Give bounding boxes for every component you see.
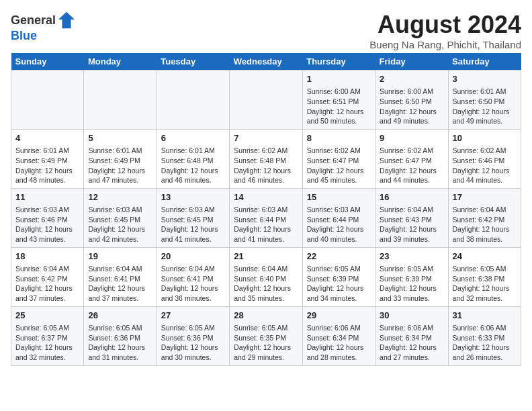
- cell-info: Sunrise: 6:05 AM Sunset: 6:35 PM Dayligh…: [234, 323, 298, 363]
- cell-info: Sunrise: 6:05 AM Sunset: 6:36 PM Dayligh…: [161, 323, 225, 363]
- logo-icon: [57, 11, 76, 30]
- calendar-cell: 13Sunrise: 6:03 AM Sunset: 6:45 PM Dayli…: [157, 188, 229, 247]
- calendar-cell: 23Sunrise: 6:05 AM Sunset: 6:39 PM Dayli…: [375, 247, 448, 306]
- calendar-cell: 14Sunrise: 6:03 AM Sunset: 6:44 PM Dayli…: [230, 188, 302, 247]
- day-number: 20: [161, 250, 225, 263]
- cell-info: Sunrise: 6:00 AM Sunset: 6:50 PM Dayligh…: [380, 87, 443, 126]
- calendar-cell: 7Sunrise: 6:02 AM Sunset: 6:48 PM Daylig…: [230, 129, 302, 188]
- cell-info: Sunrise: 6:04 AM Sunset: 6:40 PM Dayligh…: [234, 264, 298, 304]
- cell-info: Sunrise: 6:04 AM Sunset: 6:42 PM Dayligh…: [453, 205, 517, 244]
- calendar-week-row: 18Sunrise: 6:04 AM Sunset: 6:42 PM Dayli…: [11, 247, 521, 306]
- day-number: 4: [15, 132, 79, 144]
- day-header-monday: Monday: [84, 53, 157, 71]
- day-number: 7: [234, 132, 298, 144]
- day-number: 6: [161, 132, 225, 144]
- day-number: 8: [307, 132, 371, 144]
- day-header-wednesday: Wednesday: [230, 53, 302, 71]
- cell-info: Sunrise: 6:06 AM Sunset: 6:33 PM Dayligh…: [453, 323, 517, 363]
- subtitle: Bueng Na Rang, Phichit, Thailand: [369, 39, 521, 50]
- day-number: 13: [161, 191, 225, 203]
- cell-info: Sunrise: 6:04 AM Sunset: 6:43 PM Dayligh…: [380, 205, 443, 244]
- day-number: 11: [15, 191, 79, 203]
- cell-info: Sunrise: 6:02 AM Sunset: 6:47 PM Dayligh…: [380, 146, 443, 185]
- cell-info: Sunrise: 6:01 AM Sunset: 6:50 PM Dayligh…: [453, 87, 517, 126]
- calendar-cell: 21Sunrise: 6:04 AM Sunset: 6:40 PM Dayli…: [230, 247, 302, 306]
- cell-info: Sunrise: 6:03 AM Sunset: 6:44 PM Dayligh…: [234, 205, 298, 244]
- day-number: 16: [380, 191, 443, 203]
- cell-info: Sunrise: 6:01 AM Sunset: 6:48 PM Dayligh…: [161, 146, 225, 185]
- day-number: 29: [307, 310, 371, 322]
- calendar-body: 1Sunrise: 6:00 AM Sunset: 6:51 PM Daylig…: [11, 71, 521, 366]
- cell-info: Sunrise: 6:01 AM Sunset: 6:49 PM Dayligh…: [15, 146, 79, 185]
- cell-info: Sunrise: 6:03 AM Sunset: 6:45 PM Dayligh…: [161, 205, 225, 244]
- calendar-cell: [11, 71, 84, 130]
- day-number: 22: [307, 250, 371, 263]
- cell-info: Sunrise: 6:02 AM Sunset: 6:48 PM Dayligh…: [234, 146, 298, 185]
- cell-info: Sunrise: 6:02 AM Sunset: 6:46 PM Dayligh…: [453, 146, 517, 185]
- calendar-cell: 6Sunrise: 6:01 AM Sunset: 6:48 PM Daylig…: [157, 129, 229, 188]
- calendar-week-row: 25Sunrise: 6:05 AM Sunset: 6:37 PM Dayli…: [11, 306, 521, 365]
- calendar-week-row: 4Sunrise: 6:01 AM Sunset: 6:49 PM Daylig…: [11, 129, 521, 188]
- logo-general-text: General: [11, 14, 56, 26]
- cell-info: Sunrise: 6:05 AM Sunset: 6:39 PM Dayligh…: [307, 264, 371, 304]
- calendar-cell: 3Sunrise: 6:01 AM Sunset: 6:50 PM Daylig…: [448, 71, 521, 130]
- cell-info: Sunrise: 6:02 AM Sunset: 6:47 PM Dayligh…: [307, 146, 371, 185]
- page-header: General Blue August 2024 Bueng Na Rang, …: [11, 11, 521, 50]
- calendar-cell: 29Sunrise: 6:06 AM Sunset: 6:34 PM Dayli…: [302, 306, 375, 365]
- cell-info: Sunrise: 6:05 AM Sunset: 6:37 PM Dayligh…: [15, 323, 79, 363]
- day-header-thursday: Thursday: [302, 53, 375, 71]
- calendar-cell: 9Sunrise: 6:02 AM Sunset: 6:47 PM Daylig…: [375, 129, 448, 188]
- day-number: 3: [453, 73, 517, 85]
- day-number: 10: [453, 132, 517, 144]
- calendar-cell: [84, 71, 157, 130]
- calendar-cell: 4Sunrise: 6:01 AM Sunset: 6:49 PM Daylig…: [11, 129, 84, 188]
- calendar-cell: 17Sunrise: 6:04 AM Sunset: 6:42 PM Dayli…: [448, 188, 521, 247]
- day-number: 23: [380, 250, 443, 263]
- main-title: August 2024: [369, 11, 521, 39]
- day-number: 15: [307, 191, 371, 203]
- calendar-cell: 15Sunrise: 6:03 AM Sunset: 6:44 PM Dayli…: [302, 188, 375, 247]
- day-number: 25: [15, 310, 79, 322]
- day-number: 28: [234, 310, 298, 322]
- day-header-friday: Friday: [375, 53, 448, 71]
- day-number: 17: [453, 191, 517, 203]
- cell-info: Sunrise: 6:00 AM Sunset: 6:51 PM Dayligh…: [307, 87, 371, 126]
- day-number: 18: [15, 250, 79, 263]
- calendar-cell: 8Sunrise: 6:02 AM Sunset: 6:47 PM Daylig…: [302, 129, 375, 188]
- calendar-cell: [157, 71, 229, 130]
- logo-blue-text: Blue: [11, 29, 37, 42]
- day-header-sunday: Sunday: [11, 53, 84, 71]
- day-number: 26: [88, 310, 152, 322]
- day-number: 19: [88, 250, 152, 263]
- cell-info: Sunrise: 6:03 AM Sunset: 6:44 PM Dayligh…: [307, 205, 371, 244]
- day-number: 31: [453, 310, 517, 322]
- calendar-cell: 24Sunrise: 6:05 AM Sunset: 6:38 PM Dayli…: [448, 247, 521, 306]
- calendar-cell: 31Sunrise: 6:06 AM Sunset: 6:33 PM Dayli…: [448, 306, 521, 365]
- day-header-saturday: Saturday: [448, 53, 521, 71]
- cell-info: Sunrise: 6:04 AM Sunset: 6:41 PM Dayligh…: [161, 264, 225, 304]
- cell-info: Sunrise: 6:05 AM Sunset: 6:39 PM Dayligh…: [380, 264, 443, 304]
- calendar-cell: 2Sunrise: 6:00 AM Sunset: 6:50 PM Daylig…: [375, 71, 448, 130]
- calendar-cell: 10Sunrise: 6:02 AM Sunset: 6:46 PM Dayli…: [448, 129, 521, 188]
- day-number: 9: [380, 132, 443, 144]
- logo: General Blue: [11, 11, 76, 42]
- calendar-cell: 18Sunrise: 6:04 AM Sunset: 6:42 PM Dayli…: [11, 247, 84, 306]
- calendar-week-row: 1Sunrise: 6:00 AM Sunset: 6:51 PM Daylig…: [11, 71, 521, 130]
- calendar-week-row: 11Sunrise: 6:03 AM Sunset: 6:46 PM Dayli…: [11, 188, 521, 247]
- day-number: 5: [88, 132, 152, 144]
- cell-info: Sunrise: 6:05 AM Sunset: 6:38 PM Dayligh…: [453, 264, 517, 304]
- cell-info: Sunrise: 6:04 AM Sunset: 6:41 PM Dayligh…: [88, 264, 152, 304]
- svg-marker-0: [58, 12, 75, 28]
- day-number: 14: [234, 191, 298, 203]
- cell-info: Sunrise: 6:06 AM Sunset: 6:34 PM Dayligh…: [380, 323, 443, 363]
- day-header-tuesday: Tuesday: [157, 53, 229, 71]
- calendar-cell: 1Sunrise: 6:00 AM Sunset: 6:51 PM Daylig…: [302, 71, 375, 130]
- title-area: August 2024 Bueng Na Rang, Phichit, Thai…: [369, 11, 521, 50]
- day-number: 30: [380, 310, 443, 322]
- calendar-cell: 11Sunrise: 6:03 AM Sunset: 6:46 PM Dayli…: [11, 188, 84, 247]
- calendar-cell: [230, 71, 302, 130]
- cell-info: Sunrise: 6:01 AM Sunset: 6:49 PM Dayligh…: [88, 146, 152, 185]
- day-number: 27: [161, 310, 225, 322]
- calendar-table: SundayMondayTuesdayWednesdayThursdayFrid…: [11, 53, 521, 366]
- calendar-cell: 19Sunrise: 6:04 AM Sunset: 6:41 PM Dayli…: [84, 247, 157, 306]
